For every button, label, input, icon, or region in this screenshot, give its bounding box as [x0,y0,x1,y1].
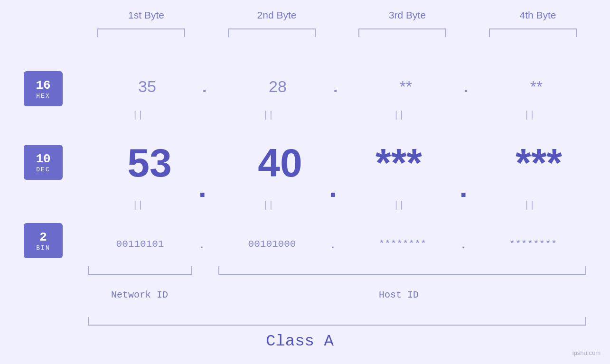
watermark: ipshu.com [572,349,601,356]
dec-value-2: 40 [240,140,320,186]
hex-value-2: 28 [252,77,304,96]
class-label: Class A [266,332,334,350]
bin-badge-number: 2 [39,230,47,244]
eq-dec-bin-3: || [395,199,405,210]
hex-value-3: ** [380,77,432,96]
dec-dot-3: . [460,171,468,204]
byte-header-3: 3rd Byte [360,9,455,21]
eq-hex-dec-4: || [526,109,536,120]
dec-badge: 10 DEC [24,145,63,180]
bin-dot-2: . [331,239,334,251]
dec-dot-2: . [329,171,337,204]
top-bracket-2 [228,28,316,37]
byte-header-2: 2nd Byte [229,9,324,21]
dec-value-3: *** [358,140,439,186]
bin-dot-3: . [462,239,465,251]
eq-hex-dec-3: || [395,109,405,120]
page: 1st Byte 2nd Byte 3rd Byte 4th Byte 16 H… [0,0,610,364]
byte-header-1: 1st Byte [99,9,194,21]
eq-hex-dec-1: || [134,109,144,120]
bottom-bracket-host [218,266,586,275]
bin-badge: 2 BIN [24,223,63,258]
dec-value-1: 53 [109,140,190,186]
hex-dot-3: . [464,77,468,96]
bin-badge-label: BIN [36,244,50,252]
top-bracket-1 [97,28,185,37]
hex-value-1: 35 [121,77,173,96]
dec-badge-label: DEC [36,166,50,173]
bin-value-1: 00110101 [88,239,192,250]
hex-badge: 16 HEX [24,71,63,106]
wide-bottom-bracket [88,317,586,326]
bottom-bracket-net-1 [88,266,192,275]
host-id-label: Host ID [379,289,419,300]
eq-dec-bin-2: || [264,199,275,210]
eq-dec-bin-4: || [526,199,536,210]
byte-header-4: 4th Byte [490,9,585,21]
top-bracket-3 [358,28,446,37]
hex-dot-1: . [202,77,206,96]
hex-badge-label: HEX [36,93,50,100]
eq-hex-dec-2: || [264,109,275,120]
hex-value-4: ** [510,77,563,96]
dec-value-4: *** [489,140,589,186]
bin-value-2: 00101000 [220,239,324,250]
dec-badge-number: 10 [36,152,50,166]
dec-dot-1: . [198,171,206,204]
bin-dot-1: . [200,239,203,251]
bin-value-3: ******** [350,239,455,250]
hex-badge-number: 16 [36,78,50,93]
bin-value-4: ******** [481,239,585,250]
top-bracket-4 [489,28,577,37]
network-id-label: Network ID [111,289,168,300]
eq-dec-bin-1: || [134,199,144,210]
hex-dot-2: . [333,77,338,96]
